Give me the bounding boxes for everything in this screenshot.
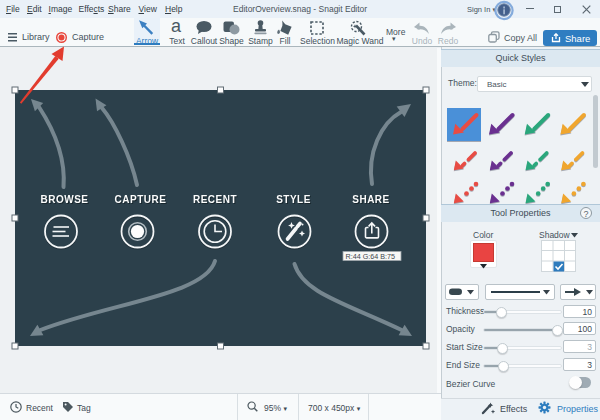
svg-text:SHARE: SHARE xyxy=(352,194,390,205)
svg-text:STYLE: STYLE xyxy=(276,194,311,205)
svg-text:BROWSE: BROWSE xyxy=(41,194,89,205)
svg-text:RECENT: RECENT xyxy=(193,194,237,205)
svg-text:R:44 G:64 B:75: R:44 G:64 B:75 xyxy=(346,252,396,261)
svg-text:CAPTURE: CAPTURE xyxy=(115,194,167,205)
